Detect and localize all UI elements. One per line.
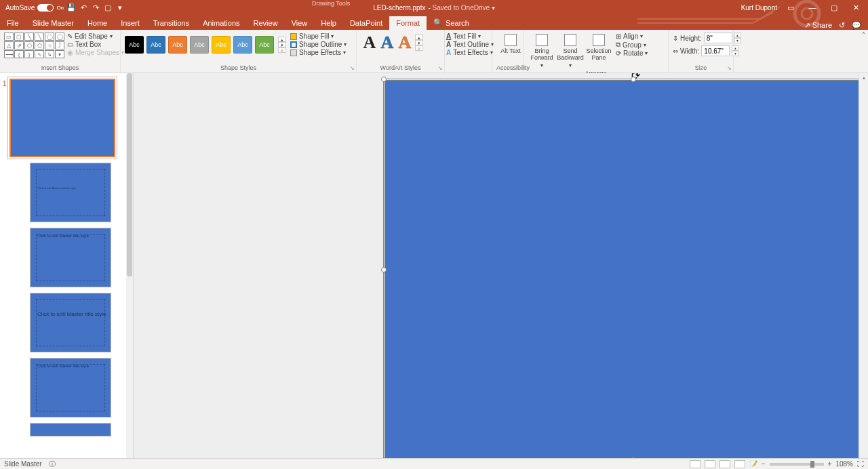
maximize-button[interactable]: ▢ (826, 1, 842, 14)
fit-to-window-button[interactable]: ⛶ (857, 460, 864, 468)
collapse-ribbon-icon[interactable]: ˄ (862, 31, 865, 39)
tab-animations[interactable]: Animations (196, 16, 246, 30)
save-icon[interactable]: 💾 (66, 3, 76, 12)
ribbon-display-icon[interactable]: ▭ (783, 1, 799, 14)
zoom-in-button[interactable]: + (828, 460, 832, 468)
user-name[interactable]: Kurt Dupont (741, 4, 777, 12)
slideshow-view-button[interactable] (734, 460, 745, 468)
tab-file[interactable]: File (0, 16, 26, 30)
height-up[interactable]: ▴ (734, 33, 741, 38)
shape-fill-button[interactable]: Shape Fill (290, 33, 347, 40)
tab-insert[interactable]: Insert (114, 16, 146, 30)
width-up[interactable]: ▴ (732, 45, 738, 51)
undo-icon[interactable]: ↶ (79, 3, 88, 12)
rotate-handle[interactable]: ⟳ (631, 73, 636, 74)
autosave-switch[interactable] (37, 4, 54, 12)
selected-rectangle-shape[interactable] (384, 80, 868, 458)
wordart-preset-2[interactable]: A (378, 33, 396, 53)
width-down[interactable]: ▾ (732, 51, 738, 56)
group-arrange: Bring Forward Send Backward Selection Pa… (524, 30, 669, 73)
tab-format[interactable]: Format (389, 16, 427, 30)
text-box-button[interactable]: ▭ Text Box (67, 41, 124, 48)
group-label-shape-styles: Shape Styles (125, 63, 352, 71)
width-icon: ⇔ (673, 47, 678, 55)
height-down[interactable]: ▾ (734, 38, 741, 43)
shape-styles-gallery[interactable]: Abc Abc Abc Abc Abc Abc Abc ▴▾▿ (125, 36, 286, 54)
width-label: Width: (680, 47, 699, 55)
style-gallery-nav[interactable]: ▴▾▿ (278, 37, 286, 53)
text-fill-button[interactable]: AText Fill (446, 33, 490, 40)
layout-thumbnail-2[interactable]: Click to edit Master title style (30, 228, 111, 287)
tab-slide-master[interactable]: Slide Master (26, 16, 81, 30)
style-swatch-4[interactable]: Abc (190, 36, 209, 54)
send-backward-icon (564, 34, 576, 46)
reading-view-button[interactable] (719, 460, 730, 468)
group-accessibility: Alt Text Accessibility (492, 30, 524, 73)
style-swatch-1[interactable]: Abc (125, 36, 144, 54)
slide-master-thumbnail[interactable] (9, 79, 115, 157)
shape-effects-button[interactable]: Shape Effects (290, 49, 347, 56)
document-title[interactable]: LED-scherm.pptx (373, 4, 425, 12)
sorter-view-button[interactable] (705, 460, 715, 468)
style-swatch-3[interactable]: Abc (168, 36, 187, 54)
shape-outline-button[interactable]: Shape Outline (290, 41, 347, 48)
layout-thumbnail-1[interactable]: Click to edit Master subtitle style (30, 163, 111, 222)
autosave-toggle[interactable]: AutoSave On (5, 4, 64, 12)
shape-styles-launcher[interactable]: ↘ (350, 65, 355, 71)
tab-transitions[interactable]: Transitions (146, 16, 196, 30)
start-slideshow-icon[interactable]: ▢ (103, 3, 113, 12)
autosave-state: On (56, 5, 64, 11)
tab-help[interactable]: Help (314, 16, 343, 30)
style-swatch-7[interactable]: Abc (255, 36, 274, 54)
wordart-gallery-nav[interactable]: ▴▾▿ (415, 35, 423, 51)
save-status[interactable]: - Saved to OneDrive ▾ (428, 4, 494, 12)
comments-icon[interactable]: 💬 (852, 21, 861, 30)
height-input[interactable] (704, 33, 732, 43)
rotate-button[interactable]: ⟳ Rotate (616, 49, 648, 57)
share-button[interactable]: ↗ Share (804, 21, 832, 30)
height-icon: ⇕ (673, 35, 678, 42)
normal-view-button[interactable] (690, 460, 701, 468)
wordart-preset-1[interactable]: A (361, 33, 378, 53)
notes-button[interactable]: 📝 (749, 460, 757, 468)
accessibility-status-icon[interactable]: ⓘ (49, 460, 56, 469)
text-outline-button[interactable]: AText Outline (446, 41, 490, 48)
tab-datapoint[interactable]: DataPoint (343, 16, 389, 30)
layout-thumbnail-4[interactable]: Click to edit Master title style (30, 358, 111, 417)
size-launcher[interactable]: ↘ (727, 65, 732, 71)
slide-canvas-area[interactable]: ⟳ ▴ (134, 73, 868, 458)
width-input[interactable] (701, 45, 730, 56)
bring-forward-icon (536, 34, 548, 46)
shapes-gallery[interactable]: ▭▢╲╲◯◯ △⇗⬡⬠☆⤴ ⟶{}∿↳▾ (4, 33, 64, 58)
wordart-preset-3[interactable]: A (396, 33, 414, 53)
edit-shape-button[interactable]: ✎ Edit Shape (67, 33, 124, 40)
ribbon-tabs: File Slide Master Home Insert Transition… (0, 15, 868, 30)
alt-text-button[interactable]: Alt Text (496, 33, 525, 54)
layout-thumbnail-3[interactable]: Click to edit Master title style (30, 293, 111, 352)
align-button[interactable]: ⊞ Align (616, 33, 648, 40)
tab-view[interactable]: View (285, 16, 315, 30)
layout-thumbnail-5[interactable] (30, 423, 111, 436)
history-icon[interactable]: ↺ (839, 21, 845, 30)
wordart-launcher[interactable]: ↘ (438, 65, 443, 71)
zoom-level[interactable]: 108% (835, 460, 853, 468)
redo-icon[interactable]: ↷ (91, 3, 100, 12)
group-objects-button[interactable]: ⧉ Group (616, 41, 648, 49)
selection-pane-button[interactable]: Selection Pane (585, 33, 613, 68)
style-swatch-2[interactable]: Abc (146, 36, 165, 54)
thumbnail-scrollbar[interactable] (126, 73, 133, 458)
text-effects-button[interactable]: AText Effects (446, 49, 490, 56)
send-backward-button[interactable]: Send Backward (556, 33, 585, 68)
bring-forward-button[interactable]: Bring Forward (528, 33, 556, 68)
zoom-out-button[interactable]: − (762, 460, 766, 468)
style-swatch-6[interactable]: Abc (233, 36, 252, 54)
tab-home[interactable]: Home (81, 16, 114, 30)
tell-me-search[interactable]: 🔍 Search (427, 16, 476, 30)
zoom-slider[interactable] (770, 463, 824, 466)
canvas-scrollbar[interactable]: ▴ (859, 73, 868, 458)
minimize-button[interactable]: — (804, 1, 821, 14)
qat-more-icon[interactable]: ▾ (115, 3, 125, 12)
tab-review[interactable]: Review (247, 16, 285, 30)
close-button[interactable]: ✕ (848, 1, 864, 14)
style-swatch-5[interactable]: Abc (212, 36, 231, 54)
